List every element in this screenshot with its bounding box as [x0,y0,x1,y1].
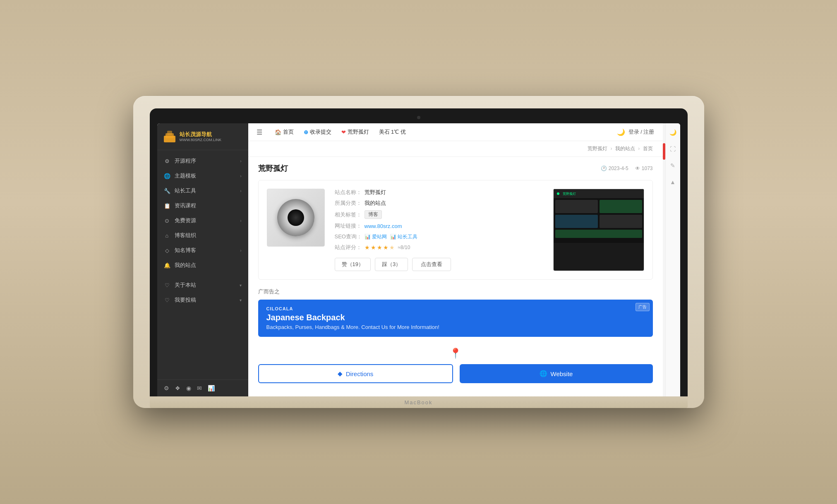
sidebar-item-blogger-org[interactable]: ⌂ 博客组织 [157,228,248,243]
logo-subtitle: WWW.80SRZ.COM.LINK [180,138,222,142]
mock-site-title: 荒野孤灯 [563,192,576,196]
sidebar-label-blogger-org: 博客组织 [175,232,196,239]
sidebar-nav: ⚙ 开源程序 › 🌐 主题模板 › 🔧 [157,150,248,379]
site-name-value: 荒野孤灯 [365,189,386,196]
info-row-seo: SEO查询： 📊 爱站网 📊 站长工具 [335,233,543,240]
info-row-tags: 相关标签： 博客 [335,210,543,219]
screen-bezel: 站长茂源导航 WWW.80SRZ.COM.LINK ⚙ 开源程序 › [150,108,688,396]
github-icon[interactable]: ◉ [186,385,191,391]
right-panel: 🌙 ⛶ ✎ ▲ [665,123,680,396]
nav-home-label: 首页 [283,128,294,136]
settings-icon[interactable]: ⚙ [164,385,169,391]
info-row-rating: 站点评分： ★ ★ ★ ★ ★ ≈8/10 [335,244,543,251]
nav-wilderness[interactable]: ❤ 荒野孤灯 [337,126,373,138]
chevron-right-icon: › [240,248,241,253]
breadcrumb: 荒野孤灯 › 我的站点 › 首页 [248,141,663,157]
sidebar-item-submit[interactable]: ♡ 我要投稿 ▾ [157,293,248,307]
scroll-indicator [663,123,665,396]
directions-button[interactable]: ◆ Directions [258,364,453,383]
sidebar-item-my-site[interactable]: 🔔 我的站点 [157,258,248,273]
sidebar-item-open-source[interactable]: ⚙ 开源程序 › [157,154,248,168]
nav-jade[interactable]: 美石 1℃ 优 [375,126,410,138]
breadcrumb-item-3[interactable]: 首页 [643,146,653,151]
main-content: ☰ 🏠 首页 ⊕ 收录提交 ❤ 荒野孤灯 [248,123,663,396]
sidebar-item-theme-template[interactable]: 🌐 主题模板 › [157,168,248,183]
pupil [288,209,304,226]
sidebar-item-webmaster-tools[interactable]: 🔧 站长工具 › [157,183,248,198]
website-icon: 🌐 [540,370,547,377]
sidebar-label-theme-template: 主题模板 [175,172,196,180]
bottom-buttons: ◆ Directions 🌐 Website [258,364,653,383]
eye-image [277,199,314,236]
sidebar-label-famous-blogger: 知名博客 [175,247,196,254]
dislike-button[interactable]: 踩（3） [375,258,408,271]
menu-icon[interactable]: ☰ [257,128,262,136]
panel-expand-icon[interactable]: ⛶ [667,143,679,155]
sidebar-item-news-course[interactable]: 📋 资讯课程 [157,198,248,213]
seo-links: 📊 爱站网 📊 站长工具 [365,233,417,240]
sitemap-icon[interactable]: ❖ [175,385,180,391]
ad-description: Backpacks, Purses, Handbags & More. Cont… [266,324,645,330]
logo-icon [163,130,176,143]
sidebar-logo: 站长茂源导航 WWW.80SRZ.COM.LINK [157,123,248,150]
bar-chart2-icon: 📊 [390,234,396,240]
mock-body [554,198,644,240]
breadcrumb-item-2[interactable]: 我的站点 [615,146,635,151]
seo-link-webmaster[interactable]: 📊 站长工具 [390,233,417,240]
ad-badge: 广告 [636,303,650,311]
like-button[interactable]: 赞（19） [335,258,371,271]
sidebar-label-news-course: 资讯课程 [175,202,196,209]
star-4: ★ [383,244,389,251]
header: ☰ 🏠 首页 ⊕ 收录提交 ❤ 荒野孤灯 [248,123,663,141]
panel-moon-icon[interactable]: 🌙 [667,127,679,138]
mock-dot [557,192,559,195]
stars: ★ ★ ★ ★ ★ ≈8/10 [365,244,410,251]
seo-link-label-1: 爱站网 [372,233,387,240]
chevron-right-icon: › [240,189,241,193]
info-row-url: 网址链接： www.80srz.com [335,222,543,230]
site-screenshot: 荒野孤灯 [553,189,644,271]
moon-icon[interactable]: 🌙 [617,128,625,136]
login-button[interactable]: 登录 / 注册 [628,128,655,136]
mock-card-3 [555,215,598,228]
breadcrumb-sep: › [610,146,612,151]
nav-home[interactable]: 🏠 首页 [271,126,298,138]
tools-icon: 🔧 [164,188,170,194]
nav-submit[interactable]: ⊕ 收录提交 [300,126,336,138]
tag-blogger[interactable]: 博客 [365,210,382,219]
website-button[interactable]: 🌐 Website [460,364,653,383]
clock-icon: 🕐 [601,166,607,171]
website-label: Website [551,370,573,377]
chevron-right-icon: › [240,159,241,163]
panel-up-icon[interactable]: ▲ [667,176,679,188]
seo-link-aizhan[interactable]: 📊 爱站网 [365,233,387,240]
mock-card-4 [600,215,642,228]
page-title: 荒野孤灯 [258,163,288,173]
chevron-right-icon: › [240,218,241,223]
screenshot-mockup: 荒野孤灯 [554,189,644,243]
url-value[interactable]: www.80srz.com [365,223,402,229]
email-icon[interactable]: ✉ [197,385,202,391]
ad-title: Japanese Backpack [266,313,645,322]
chevron-right-icon: › [240,174,241,178]
chart-icon[interactable]: 📊 [208,385,215,391]
sidebar-label-my-site: 我的站点 [175,262,196,269]
panel-edit-icon[interactable]: ✎ [667,160,679,171]
sidebar-item-free-resource[interactable]: ⊙ 免费资源 › [157,213,248,228]
sidebar-item-about[interactable]: ♡ 关于本站 ▾ [157,278,248,293]
add-icon: ⊕ [304,129,308,135]
chevron-down-icon: ▾ [240,298,242,302]
detail-card: 站点名称： 荒野孤灯 所属分类： 我的站点 相关标签： 博客 [258,180,653,280]
sidebar-item-famous-blogger[interactable]: ◇ 知名博客 › [157,243,248,258]
ad-banner[interactable]: CILOCALA Japanese Backpack Backpacks, Pu… [258,300,653,337]
page-body: 荒野孤灯 🕐 2023-4-5 👁 1073 [248,157,663,396]
meta-views: 👁 1073 [635,166,653,171]
logo-title: 站长茂源导航 [180,131,222,138]
breadcrumb-item-1[interactable]: 荒野孤灯 [588,146,607,151]
macbook-outer: 站长茂源导航 WWW.80SRZ.COM.LINK ⚙ 开源程序 › [133,96,704,408]
header-right: 🌙 登录 / 注册 [617,128,655,136]
rating-label: 站点评分： [335,244,365,251]
screen: 站长茂源导航 WWW.80SRZ.COM.LINK ⚙ 开源程序 › [157,123,680,396]
visit-button[interactable]: 点击查看 [412,258,451,271]
sidebar: 站长茂源导航 WWW.80SRZ.COM.LINK ⚙ 开源程序 › [157,123,248,396]
